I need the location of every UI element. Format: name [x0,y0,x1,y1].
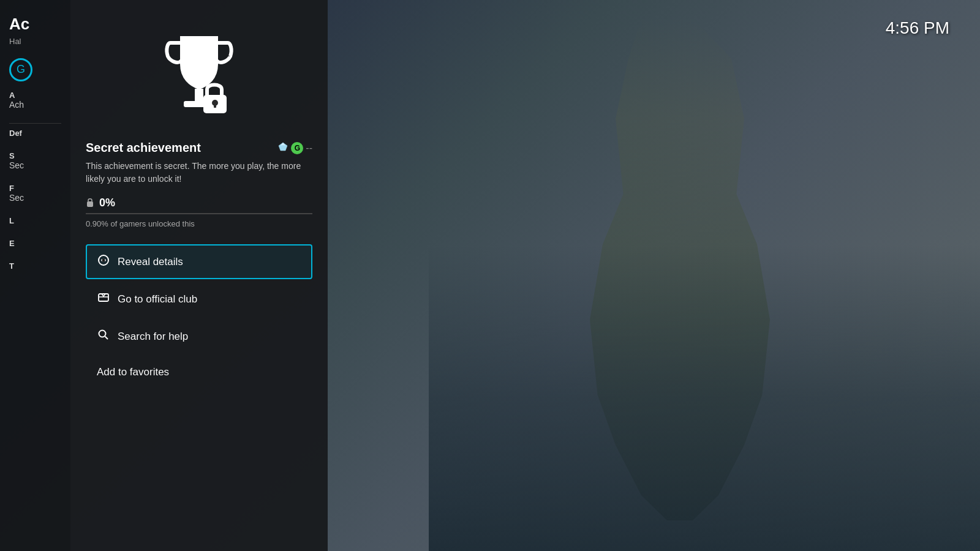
gem-icon [277,141,288,155]
main-panel: Secret achievement G -- This achievement… [70,0,328,551]
progress-area: 0% 0.90% of gamers unlocked this [86,197,312,238]
trophy-icon-wrapper [159,31,239,116]
circle-g-icon: G [17,63,25,76]
reveal-details-button[interactable]: Reveal details [86,244,312,279]
progress-bar-container [86,213,312,214]
sidebar-item-5[interactable]: L [9,216,61,225]
add-favorites-button[interactable]: Add to favorites [86,356,312,388]
achievement-info: Secret achievement G -- This achievement… [86,141,312,186]
reveal-details-label: Reveal details [118,256,183,268]
achievement-icons-row: G -- [277,141,312,155]
menu-items: Reveal details Go to official club Se [86,244,312,533]
svg-rect-7 [87,201,93,207]
sidebar-title: Ac [9,15,61,33]
sidebar-item-6[interactable]: E [9,239,61,248]
sidebar-item-3[interactable]: S Sec [9,151,61,170]
achievement-description: This achievement is secret. The more you… [86,160,312,186]
sidebar-subtitle: Hal [9,37,61,46]
achievement-title-row: Secret achievement G -- [86,141,312,155]
sidebar-circle-icon: G [9,58,32,81]
lock-progress-icon [86,197,94,209]
sidebar: Ac Hal G A Ach Def S Sec F Sec L E T [0,0,70,551]
sidebar-item-4[interactable]: F Sec [9,184,61,203]
gamerscore-icon: G [291,142,303,154]
club-icon [97,291,110,307]
unlock-percent: 0.90% of gamers unlocked this [86,219,312,228]
sidebar-item-1[interactable]: A Ach [9,91,61,110]
achievement-dashes: -- [306,143,312,154]
trophy-lock-icon [159,31,239,116]
search-help-icon [97,329,110,344]
sidebar-item-7[interactable]: T [9,261,61,271]
trophy-area [86,18,312,129]
svg-line-13 [105,337,108,340]
achievement-name: Secret achievement [86,141,273,155]
reveal-icon [97,254,110,269]
svg-rect-0 [195,89,203,101]
svg-rect-10 [99,294,108,301]
progress-row: 0% [86,197,312,209]
go-to-club-button[interactable]: Go to official club [86,282,312,317]
go-to-club-label: Go to official club [118,293,197,305]
svg-rect-4 [214,103,216,108]
progress-percent: 0% [99,197,115,209]
svg-point-9 [102,259,105,262]
sidebar-divider-1 [9,123,61,124]
sidebar-icon-row: G [9,58,61,81]
add-favorites-label: Add to favorites [97,366,169,378]
sidebar-item-2[interactable]: Def [9,129,61,138]
search-help-button[interactable]: Search for help [86,319,312,354]
time-display: 4:56 PM [886,18,949,38]
svg-point-12 [99,331,106,337]
search-help-label: Search for help [118,331,188,343]
background-mountains [429,245,980,551]
